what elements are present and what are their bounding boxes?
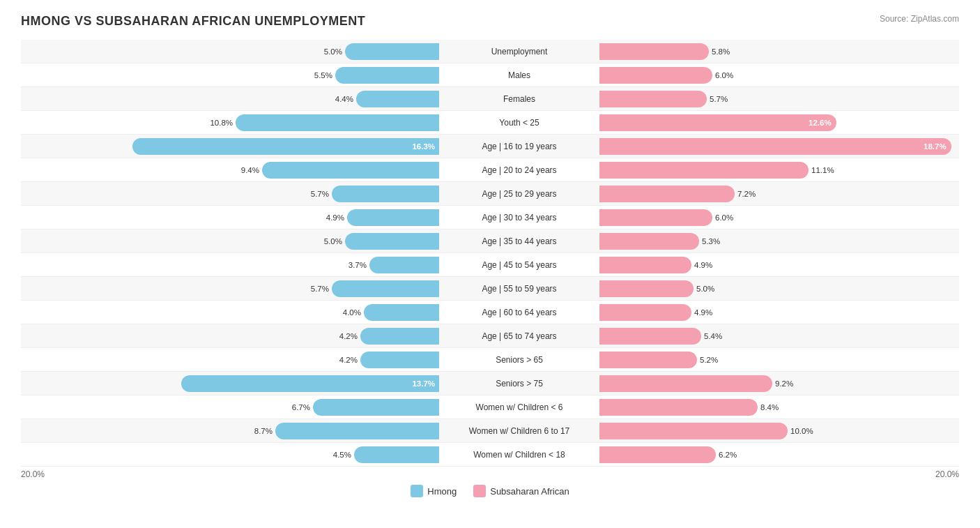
bar-left	[347, 209, 439, 226]
chart-row: 9.4%Age | 20 to 24 years11.1%	[21, 158, 959, 182]
row-label: Age | 55 to 59 years	[439, 284, 599, 294]
bar-left	[236, 114, 439, 131]
legend: Hmong Subsaharan African	[21, 485, 959, 497]
value-right: 4.9%	[694, 261, 712, 269]
bar-right	[599, 399, 758, 416]
value-right: 7.2%	[737, 190, 756, 198]
value-right: 8.4%	[760, 403, 779, 412]
chart-row: 5.7%Age | 55 to 59 years5.0%	[21, 277, 959, 301]
value-right: 6.0%	[715, 213, 733, 222]
chart-row: 8.7%Women w/ Children 6 to 1710.0%	[21, 419, 959, 443]
bar-right	[599, 352, 697, 368]
row-label: Unemployment	[439, 47, 599, 56]
chart-row: 5.0%Age | 35 to 44 years5.3%	[21, 229, 959, 253]
bar-left	[356, 91, 439, 107]
chart-row: 10.8%Youth < 2512.6%	[21, 111, 959, 135]
bar-right	[599, 375, 772, 392]
value-right: 6.0%	[715, 71, 733, 80]
value-right: 5.2%	[700, 356, 718, 364]
row-label: Women w/ Children 6 to 17	[439, 426, 599, 436]
bar-right	[599, 233, 699, 250]
value-left: 5.5%	[314, 71, 332, 80]
bar-left	[275, 423, 439, 439]
row-label: Age | 65 to 74 years	[439, 331, 599, 341]
bar-left	[181, 375, 439, 392]
row-label: Seniors > 75	[439, 379, 599, 389]
bar-right	[599, 162, 809, 179]
value-right: 4.9%	[694, 308, 712, 317]
bar-right	[599, 328, 701, 345]
value-left: 9.4%	[241, 166, 259, 174]
value-right: 5.7%	[710, 95, 728, 103]
value-left: 5.7%	[311, 190, 329, 198]
bar-right	[599, 67, 712, 84]
bar-right	[599, 138, 951, 155]
bar-left	[360, 328, 439, 345]
bar-left	[369, 257, 439, 273]
bar-right	[599, 280, 694, 297]
bar-right	[599, 43, 709, 60]
chart-row: 3.7%Age | 45 to 54 years4.9%	[21, 253, 959, 277]
chart-row: 4.2%Seniors > 655.2%	[21, 348, 959, 372]
subsaharan-swatch	[473, 485, 486, 497]
value-right: 10.0%	[790, 427, 813, 435]
value-left: 4.9%	[326, 213, 344, 222]
row-label: Age | 25 to 29 years	[439, 189, 599, 199]
value-left: 4.5%	[333, 451, 351, 459]
bar-right	[599, 186, 735, 202]
chart-row: 5.7%Age | 25 to 29 years7.2%	[21, 182, 959, 206]
bar-right	[599, 304, 691, 321]
chart-row: 5.0%Unemployment5.8%	[21, 40, 959, 63]
value-right: 5.4%	[704, 332, 722, 340]
value-right: 5.0%	[696, 285, 714, 293]
row-label: Women w/ Children < 18	[439, 450, 599, 460]
chart-row: 4.4%Females5.7%	[21, 87, 959, 111]
chart-header: HMONG VS SUBSAHARAN AFRICAN UNEMPLOYMENT…	[21, 14, 959, 29]
value-right: 5.3%	[702, 237, 720, 246]
legend-item-subsaharan: Subsaharan African	[473, 485, 569, 497]
row-label: Females	[439, 94, 599, 104]
bar-left	[335, 67, 439, 84]
value-left: 5.7%	[311, 285, 329, 293]
chart-row: 4.5%Women w/ Children < 186.2%	[21, 443, 959, 467]
bar-left	[262, 162, 439, 179]
value-right: 11.1%	[811, 166, 834, 174]
bar-left	[345, 43, 439, 60]
chart-container: HMONG VS SUBSAHARAN AFRICAN UNEMPLOYMENT…	[0, 0, 980, 518]
subsaharan-label: Subsaharan African	[490, 486, 569, 497]
bar-left	[364, 304, 439, 321]
chart-row: 16.3%Age | 16 to 19 years18.7%	[21, 135, 959, 158]
value-left: 6.7%	[292, 403, 310, 412]
chart-row: 6.7%Women w/ Children < 68.4%	[21, 395, 959, 419]
chart-rows-wrapper: 5.0%Unemployment5.8%5.5%Males6.0%4.4%Fem…	[21, 40, 959, 467]
row-label: Age | 20 to 24 years	[439, 165, 599, 175]
chart-row: 4.9%Age | 30 to 34 years6.0%	[21, 206, 959, 229]
bar-right	[599, 91, 707, 107]
chart-row: 4.2%Age | 65 to 74 years5.4%	[21, 324, 959, 348]
value-left: 5.0%	[324, 237, 342, 246]
row-label: Youth < 25	[439, 118, 599, 128]
bar-right	[599, 209, 712, 226]
value-left: 4.4%	[335, 95, 353, 103]
row-label: Age | 35 to 44 years	[439, 236, 599, 246]
row-label: Women w/ Children < 6	[439, 402, 599, 412]
chart-source: Source: ZipAtlas.com	[880, 14, 959, 24]
bar-left	[332, 280, 439, 297]
bar-left	[345, 233, 439, 250]
hmong-swatch	[411, 485, 423, 497]
row-label: Age | 30 to 34 years	[439, 213, 599, 222]
row-label: Seniors > 65	[439, 355, 599, 365]
value-left: 4.2%	[339, 332, 358, 340]
bar-right	[599, 423, 788, 439]
bar-left	[132, 138, 439, 155]
value-left: 13.7%	[412, 379, 435, 388]
axis-labels: 20.0% 20.0%	[21, 469, 959, 479]
value-left: 5.0%	[324, 47, 342, 56]
bar-left	[332, 186, 439, 202]
chart-title: HMONG VS SUBSAHARAN AFRICAN UNEMPLOYMENT	[21, 14, 365, 29]
value-right: 5.8%	[712, 47, 730, 56]
row-label: Males	[439, 70, 599, 80]
bar-right	[599, 114, 836, 131]
row-label: Age | 16 to 19 years	[439, 142, 599, 151]
value-left: 16.3%	[412, 142, 435, 151]
